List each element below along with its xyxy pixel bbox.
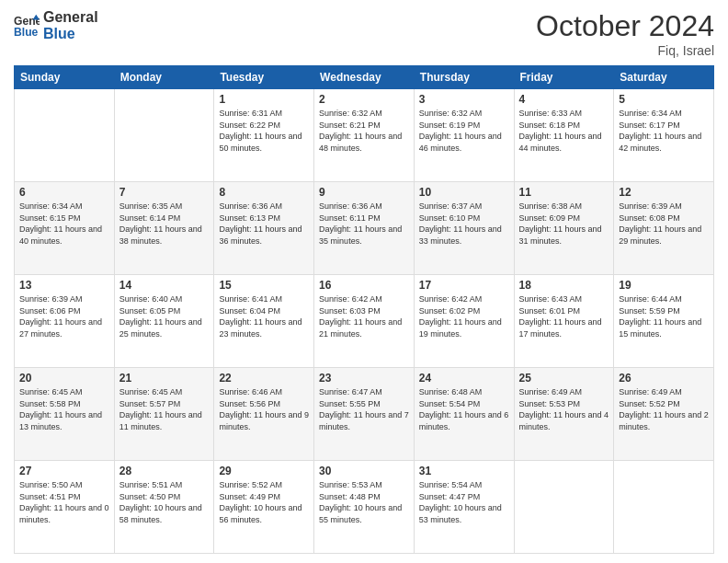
day-info: Sunrise: 6:39 AMSunset: 6:08 PMDaylight:… (619, 201, 709, 247)
day-info: Sunrise: 6:36 AMSunset: 6:11 PMDaylight:… (319, 201, 409, 247)
day-number: 7 (119, 186, 210, 199)
calendar-cell (15, 89, 115, 182)
day-number: 19 (619, 279, 709, 292)
day-number: 23 (319, 372, 409, 385)
logo-line2: Blue (43, 26, 98, 42)
calendar-cell: 9 Sunrise: 6:36 AMSunset: 6:11 PMDayligh… (314, 182, 415, 275)
calendar-table: SundayMondayTuesdayWednesdayThursdayFrid… (14, 65, 714, 554)
day-number: 6 (19, 186, 109, 199)
day-info: Sunrise: 6:41 AMSunset: 6:04 PMDaylight:… (219, 293, 309, 339)
day-info: Sunrise: 6:44 AMSunset: 5:59 PMDaylight:… (619, 293, 709, 339)
day-info: Sunrise: 6:33 AMSunset: 6:18 PMDaylight:… (519, 108, 609, 154)
day-number: 26 (619, 372, 709, 385)
day-number: 2 (319, 93, 409, 106)
day-info: Sunrise: 6:31 AMSunset: 6:22 PMDaylight:… (219, 108, 309, 154)
weekday-header: Friday (514, 66, 614, 89)
day-info: Sunrise: 6:46 AMSunset: 5:56 PMDaylight:… (219, 386, 309, 432)
calendar-cell: 8 Sunrise: 6:36 AMSunset: 6:13 PMDayligh… (214, 182, 314, 275)
day-info: Sunrise: 6:32 AMSunset: 6:19 PMDaylight:… (419, 108, 509, 154)
calendar-cell: 30 Sunrise: 5:53 AMSunset: 4:48 PMDaylig… (314, 461, 415, 554)
day-number: 5 (619, 93, 709, 106)
title-area: October 2024 Fiq, Israel (536, 9, 714, 58)
day-number: 10 (419, 186, 509, 199)
day-number: 30 (319, 465, 409, 477)
calendar-cell (114, 89, 214, 182)
day-info: Sunrise: 6:37 AMSunset: 6:10 PMDaylight:… (419, 201, 509, 247)
calendar-cell: 6 Sunrise: 6:34 AMSunset: 6:15 PMDayligh… (15, 182, 115, 275)
calendar-cell: 17 Sunrise: 6:42 AMSunset: 6:02 PMDaylig… (414, 275, 514, 368)
day-info: Sunrise: 5:51 AMSunset: 4:50 PMDaylight:… (119, 479, 210, 525)
calendar-cell (614, 461, 714, 554)
day-info: Sunrise: 6:49 AMSunset: 5:52 PMDaylight:… (619, 386, 709, 432)
weekday-header: Sunday (15, 66, 115, 89)
calendar-cell: 23 Sunrise: 6:47 AMSunset: 5:55 PMDaylig… (314, 368, 415, 461)
day-number: 24 (419, 372, 509, 385)
calendar-cell: 11 Sunrise: 6:38 AMSunset: 6:09 PMDaylig… (514, 182, 614, 275)
day-number: 3 (419, 93, 509, 106)
day-number: 15 (219, 279, 309, 292)
weekday-header: Wednesday (314, 66, 415, 89)
calendar-cell (514, 461, 614, 554)
day-info: Sunrise: 6:34 AMSunset: 6:17 PMDaylight:… (619, 108, 709, 154)
calendar-cell: 19 Sunrise: 6:44 AMSunset: 5:59 PMDaylig… (614, 275, 714, 368)
day-info: Sunrise: 6:38 AMSunset: 6:09 PMDaylight:… (519, 201, 609, 247)
weekday-header: Saturday (614, 66, 714, 89)
day-info: Sunrise: 5:54 AMSunset: 4:47 PMDaylight:… (419, 479, 509, 525)
day-info: Sunrise: 5:50 AMSunset: 4:51 PMDaylight:… (19, 479, 109, 525)
day-number: 16 (319, 279, 409, 292)
calendar-cell: 21 Sunrise: 6:45 AMSunset: 5:57 PMDaylig… (114, 368, 214, 461)
day-info: Sunrise: 6:49 AMSunset: 5:53 PMDaylight:… (519, 386, 609, 432)
day-number: 29 (219, 465, 309, 477)
day-info: Sunrise: 6:36 AMSunset: 6:13 PMDaylight:… (219, 201, 309, 247)
logo: General Blue General Blue (14, 9, 98, 41)
day-number: 27 (19, 465, 109, 477)
day-info: Sunrise: 6:39 AMSunset: 6:06 PMDaylight:… (19, 293, 109, 339)
day-info: Sunrise: 6:48 AMSunset: 5:54 PMDaylight:… (419, 386, 509, 432)
day-info: Sunrise: 6:34 AMSunset: 6:15 PMDaylight:… (19, 201, 109, 247)
day-number: 17 (419, 279, 509, 292)
day-number: 14 (119, 279, 210, 292)
calendar-cell: 29 Sunrise: 5:52 AMSunset: 4:49 PMDaylig… (214, 461, 314, 554)
day-number: 12 (619, 186, 709, 199)
calendar-cell: 7 Sunrise: 6:35 AMSunset: 6:14 PMDayligh… (114, 182, 214, 275)
weekday-header: Thursday (414, 66, 514, 89)
day-info: Sunrise: 6:42 AMSunset: 6:03 PMDaylight:… (319, 293, 409, 339)
calendar-cell: 27 Sunrise: 5:50 AMSunset: 4:51 PMDaylig… (15, 461, 115, 554)
day-info: Sunrise: 6:45 AMSunset: 5:58 PMDaylight:… (19, 386, 109, 432)
day-number: 9 (319, 186, 409, 199)
day-number: 11 (519, 186, 609, 199)
day-number: 21 (119, 372, 210, 385)
day-info: Sunrise: 5:53 AMSunset: 4:48 PMDaylight:… (319, 479, 409, 525)
day-info: Sunrise: 6:47 AMSunset: 5:55 PMDaylight:… (319, 386, 409, 432)
location: Fiq, Israel (536, 43, 714, 58)
day-number: 31 (419, 465, 509, 477)
calendar-cell: 14 Sunrise: 6:40 AMSunset: 6:05 PMDaylig… (114, 275, 214, 368)
calendar-cell: 26 Sunrise: 6:49 AMSunset: 5:52 PMDaylig… (614, 368, 714, 461)
day-info: Sunrise: 6:35 AMSunset: 6:14 PMDaylight:… (119, 201, 210, 247)
calendar-cell: 18 Sunrise: 6:43 AMSunset: 6:01 PMDaylig… (514, 275, 614, 368)
day-number: 18 (519, 279, 609, 292)
calendar-cell: 31 Sunrise: 5:54 AMSunset: 4:47 PMDaylig… (414, 461, 514, 554)
day-info: Sunrise: 6:42 AMSunset: 6:02 PMDaylight:… (419, 293, 509, 339)
weekday-header: Monday (114, 66, 214, 89)
svg-text:Blue: Blue (14, 26, 39, 39)
calendar-cell: 3 Sunrise: 6:32 AMSunset: 6:19 PMDayligh… (414, 89, 514, 182)
header: General Blue General Blue October 2024 F… (14, 9, 714, 58)
calendar-cell: 1 Sunrise: 6:31 AMSunset: 6:22 PMDayligh… (214, 89, 314, 182)
calendar-cell: 25 Sunrise: 6:49 AMSunset: 5:53 PMDaylig… (514, 368, 614, 461)
calendar-cell: 4 Sunrise: 6:33 AMSunset: 6:18 PMDayligh… (514, 89, 614, 182)
day-info: Sunrise: 6:43 AMSunset: 6:01 PMDaylight:… (519, 293, 609, 339)
calendar-cell: 16 Sunrise: 6:42 AMSunset: 6:03 PMDaylig… (314, 275, 415, 368)
calendar-cell: 15 Sunrise: 6:41 AMSunset: 6:04 PMDaylig… (214, 275, 314, 368)
day-number: 4 (519, 93, 609, 106)
calendar-cell: 2 Sunrise: 6:32 AMSunset: 6:21 PMDayligh… (314, 89, 415, 182)
calendar-cell: 10 Sunrise: 6:37 AMSunset: 6:10 PMDaylig… (414, 182, 514, 275)
day-number: 22 (219, 372, 309, 385)
calendar-cell: 12 Sunrise: 6:39 AMSunset: 6:08 PMDaylig… (614, 182, 714, 275)
day-info: Sunrise: 6:45 AMSunset: 5:57 PMDaylight:… (119, 386, 210, 432)
calendar-cell: 22 Sunrise: 6:46 AMSunset: 5:56 PMDaylig… (214, 368, 314, 461)
calendar-cell: 20 Sunrise: 6:45 AMSunset: 5:58 PMDaylig… (15, 368, 115, 461)
calendar-cell: 13 Sunrise: 6:39 AMSunset: 6:06 PMDaylig… (15, 275, 115, 368)
day-info: Sunrise: 6:32 AMSunset: 6:21 PMDaylight:… (319, 108, 409, 154)
day-number: 20 (19, 372, 109, 385)
